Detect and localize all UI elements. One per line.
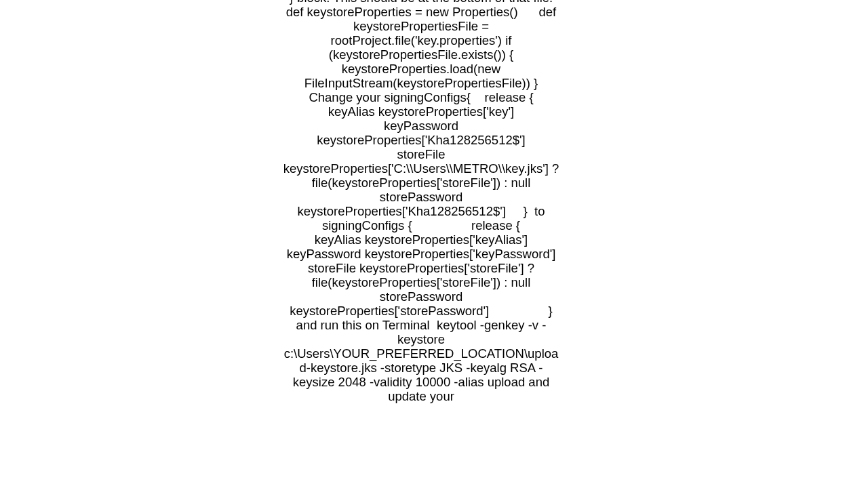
document-body-text: } block. This should be at the bottom of… (281, 0, 561, 403)
